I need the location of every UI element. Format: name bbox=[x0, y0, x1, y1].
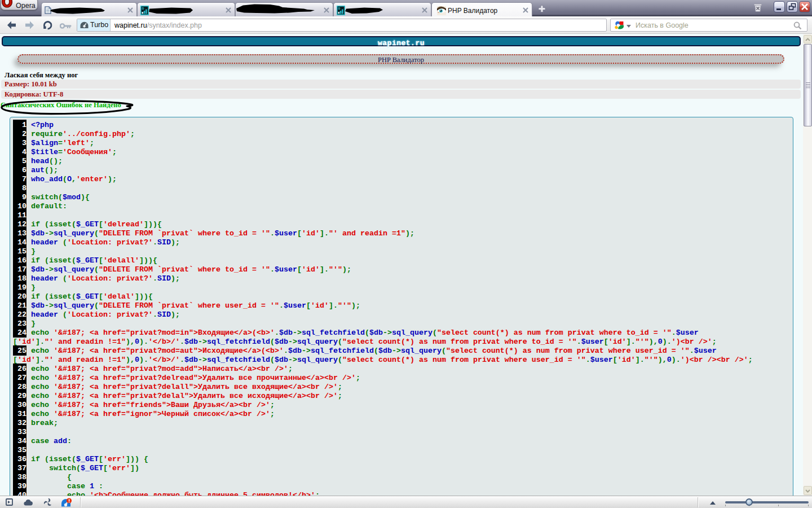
svg-text:B: B bbox=[338, 7, 341, 10]
svg-text:B: B bbox=[142, 7, 144, 10]
